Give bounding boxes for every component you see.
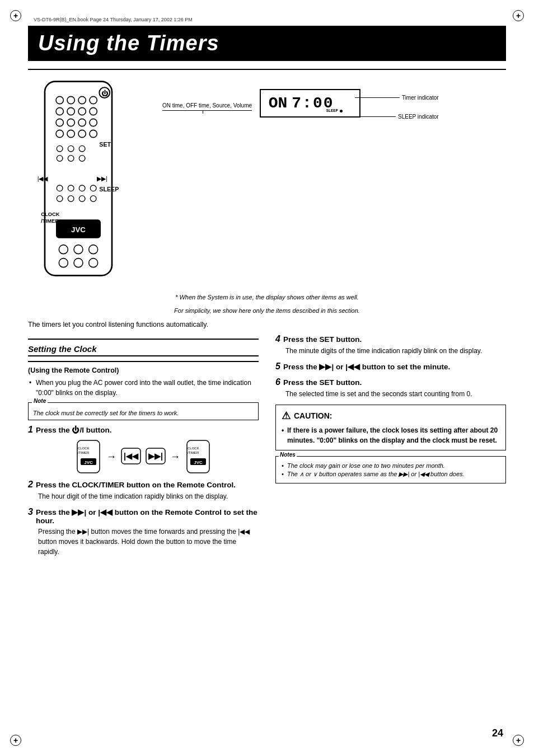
notes-item-2: The ∧ or ∨ button operates same as the ▶… <box>280 471 501 478</box>
caution-text: • If there is a power failure, the clock… <box>282 425 500 445</box>
svg-text:JVC: JVC <box>71 226 86 234</box>
svg-point-29 <box>68 185 74 191</box>
svg-point-15 <box>78 130 86 137</box>
svg-point-4 <box>90 96 97 104</box>
step-2-num: 2 <box>28 480 33 490</box>
step-6: 6 Press the SET button. The selected tim… <box>275 377 506 399</box>
step-4-title: Press the SET button. <box>283 335 362 344</box>
caption-block: * When the System is in use, the display… <box>28 294 506 314</box>
svg-point-33 <box>68 196 74 202</box>
svg-text:▶▶|: ▶▶| <box>97 175 107 182</box>
step-2-header: 2 Press the CLOCK/TIMER button on the Re… <box>28 480 259 490</box>
step-6-num: 6 <box>275 377 280 387</box>
step-3-body: Pressing the ▶▶| button moves the time f… <box>38 527 259 557</box>
step-5: 5 Press the ▶▶| or |◀◀ button to set the… <box>275 361 506 372</box>
col-right: 4 Press the SET button. The minute digit… <box>275 334 506 562</box>
note-text-content: The clock must be correctly set for the … <box>33 410 179 416</box>
svg-point-30 <box>79 185 85 191</box>
svg-point-43 <box>89 245 98 254</box>
svg-point-28 <box>57 185 63 191</box>
svg-point-21 <box>68 145 74 152</box>
step-4-body: The minute digits of the time indication… <box>285 346 506 356</box>
file-info: VS-DT6-9R(B)_EN.book Page 24 Thursday, J… <box>34 17 506 22</box>
title-banner: Using the Timers <box>28 26 506 61</box>
step-1-num: 1 <box>28 425 33 435</box>
svg-point-32 <box>57 196 63 202</box>
svg-point-3 <box>78 96 86 104</box>
step-3-num: 3 <box>28 507 33 517</box>
step1-skip-fwd: ▶▶| <box>146 443 166 471</box>
sub-heading-remote: (Using the Remote Control) <box>28 367 259 374</box>
display-box: ON 7:00 SLEEP <box>260 89 360 118</box>
two-column-layout: Setting the Clock (Using the Remote Cont… <box>28 334 506 562</box>
notes-box: Notes The clock may gain or lose one to … <box>275 456 506 483</box>
page-title: Using the Timers <box>38 31 496 55</box>
notes-item-1: The clock may gain or lose one to two mi… <box>280 462 501 469</box>
svg-text:SLEEP: SLEEP <box>99 186 119 192</box>
note-label: Note <box>32 397 48 404</box>
svg-point-16 <box>90 130 97 137</box>
svg-point-1 <box>56 96 63 104</box>
step1-arrow2: → <box>170 451 180 463</box>
step-3: 3 Press the ▶▶| or |◀◀ button on the Rem… <box>28 507 259 557</box>
svg-point-42 <box>74 245 83 254</box>
svg-text:▶▶|: ▶▶| <box>148 452 163 461</box>
svg-text:CLOCK: CLOCK <box>78 447 90 450</box>
left-divider-top <box>28 339 259 340</box>
step-1-title: Press the ⏻/I button. <box>36 426 112 434</box>
display-top-label: ON time, OFF time, Source, Volume <box>162 102 252 109</box>
svg-point-31 <box>90 185 96 191</box>
step-5-header: 5 Press the ▶▶| or |◀◀ button to set the… <box>275 361 506 372</box>
note-box: Note The clock must be correctly set for… <box>28 402 259 420</box>
caution-title-text: CAUTION: <box>294 411 332 420</box>
notes-label: Notes <box>279 452 297 458</box>
note-text: The clock must be correctly set for the … <box>33 410 254 416</box>
remote-container: ⏻ SET |◀◀ ▶▶| <box>28 78 140 288</box>
svg-point-5 <box>56 107 63 115</box>
page-container: VS-DT6-9R(B)_EN.book Page 24 Thursday, J… <box>0 0 534 756</box>
display-sleep-dot: SLEEP <box>326 109 343 113</box>
step-4-header: 4 Press the SET button. <box>275 334 506 344</box>
svg-point-23 <box>57 156 63 162</box>
svg-rect-56 <box>187 440 209 473</box>
caption-line1: * When the System is in use, the display… <box>28 294 506 300</box>
step-3-title: Press the ▶▶| or |◀◀ button on the Remot… <box>36 508 259 525</box>
caution-icon: ⚠ <box>282 410 291 422</box>
step-3-header: 3 Press the ▶▶| or |◀◀ button on the Rem… <box>28 507 259 525</box>
intro-text: The timers let you control listening fun… <box>28 321 506 328</box>
svg-point-35 <box>90 196 96 202</box>
step1-remote-left: CLOCK /TIMER JVC <box>75 439 102 474</box>
svg-text:JVC: JVC <box>84 460 93 465</box>
step-5-num: 5 <box>275 361 280 372</box>
svg-text:/TIMER: /TIMER <box>188 451 199 454</box>
svg-point-34 <box>79 196 85 202</box>
svg-point-2 <box>67 96 74 104</box>
step-2-title: Press the CLOCK/TIMER button on the Remo… <box>36 481 236 489</box>
caption-line2: For simplicity, we show here only the it… <box>28 307 506 314</box>
left-divider-bottom <box>28 361 259 362</box>
svg-point-6 <box>67 107 74 115</box>
display-on-text: ON <box>269 95 288 112</box>
step-1: 1 Press the ⏻/I button. CLOCK /TIMER JVC… <box>28 425 259 474</box>
remote-svg: ⏻ SET |◀◀ ▶▶| <box>34 78 123 287</box>
step-1-diagram: CLOCK /TIMER JVC → |◀◀ ▶▶| → <box>28 439 259 474</box>
svg-point-41 <box>59 245 68 254</box>
svg-point-14 <box>67 130 74 137</box>
step-6-header: 6 Press the SET button. <box>275 377 506 387</box>
step-4-num: 4 <box>275 334 280 344</box>
svg-point-8 <box>90 107 97 115</box>
step-2: 2 Press the CLOCK/TIMER button on the Re… <box>28 480 259 501</box>
caution-title: ⚠ CAUTION: <box>282 410 500 422</box>
svg-text:|◀◀: |◀◀ <box>38 175 49 182</box>
clock-bullet: When you plug the AC power cord into the… <box>28 378 259 398</box>
svg-text:CLOCK: CLOCK <box>41 212 59 217</box>
caution-box: ⚠ CAUTION: • If there is a power failure… <box>275 405 506 450</box>
svg-text:/TIMER: /TIMER <box>78 451 90 454</box>
svg-rect-47 <box>77 440 100 473</box>
display-panel-container: ON time, OFF time, Source, Volume ON 7:0… <box>157 78 506 118</box>
timer-indicator-label: Timer indicator <box>402 95 439 101</box>
svg-point-22 <box>79 145 85 152</box>
svg-point-9 <box>56 119 63 126</box>
step-6-body: The selected time is set and the seconds… <box>285 389 506 399</box>
svg-point-12 <box>90 119 97 126</box>
